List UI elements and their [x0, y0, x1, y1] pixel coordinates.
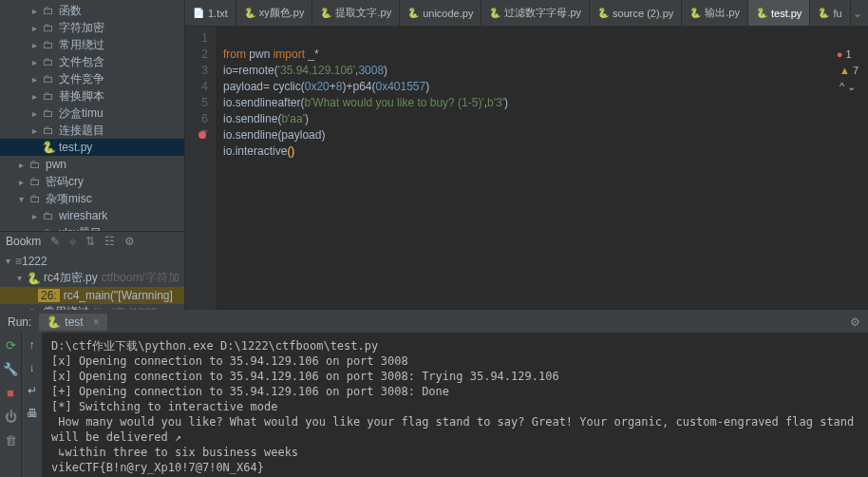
exit-icon[interactable]: ⏻ [5, 410, 17, 424]
run-label: Run: [8, 315, 31, 329]
tree-item[interactable]: 🐍test.py [0, 139, 184, 156]
folder-icon: 🗀 [42, 38, 55, 51]
editor-area: 📄1.txt🐍xy颜色.py🐍提取文字.py🐍unicode.py🐍过滤数字字母… [185, 0, 868, 310]
folder-icon: 🗀 [42, 4, 55, 17]
folder-icon: 🗀 [28, 192, 42, 205]
python-file-icon: 🐍 [407, 8, 419, 19]
editor-tab[interactable]: 🐍xy颜色.py [236, 0, 313, 26]
gear-icon[interactable]: ⚙ [124, 235, 135, 248]
tree-item[interactable]: ▾🗀杂项misc [0, 190, 184, 207]
bookmark-item[interactable]: ▾ 🐍 rc4加密.py ctfboom/字符加 [0, 270, 184, 287]
tree-item[interactable]: ▸🗀xlsx题目 [0, 224, 184, 231]
line-gutter: 1234567 [185, 27, 216, 310]
editor-tab[interactable]: 🐍过滤数字字母.py [481, 0, 590, 26]
python-file-icon: 🐍 [597, 8, 609, 19]
folder-icon: 🗀 [42, 21, 55, 34]
folder-icon: 🗀 [42, 124, 55, 137]
editor-tabs[interactable]: 📄1.txt🐍xy颜色.py🐍提取文字.py🐍unicode.py🐍过滤数字字母… [185, 0, 868, 27]
expand-icon[interactable]: ⇅ [85, 235, 95, 248]
tree-item[interactable]: ▸🗀密码cry [0, 173, 184, 190]
editor-tab[interactable]: 🐍输出.py [682, 0, 748, 26]
rerun-icon[interactable]: ⟳ [6, 338, 16, 353]
wrench-icon[interactable]: 🔧 [3, 362, 18, 376]
folder-icon: 🗀 [42, 55, 55, 68]
text-file-icon: 📄 [193, 8, 204, 19]
editor-tab[interactable]: 🐍test.py [748, 0, 810, 26]
editor[interactable]: 1234567 from pwn import _* io=remote('35… [185, 27, 868, 310]
bookmarks-label: Bookm [6, 235, 41, 248]
folder-icon: 🗀 [42, 72, 55, 86]
error-icon: ● [837, 48, 843, 60]
console-output[interactable]: D:\ctf作业下载\python.exe D:\1222\ctfboom\te… [42, 333, 868, 477]
tree-item[interactable]: ▸🗀文件竞争 [0, 70, 184, 87]
scroll-down-icon[interactable]: ↓ [29, 361, 35, 374]
bookmarks-tree[interactable]: ▾≡ 1222 ▾ 🐍 rc4加密.py ctfboom/字符加 26: rc4… [0, 251, 184, 310]
editor-tab[interactable]: 🐍unicode.py [400, 0, 481, 26]
edit-icon[interactable]: ✎ [50, 235, 60, 248]
tree-item[interactable]: ▸🗀pwn [0, 156, 184, 173]
scroll-up-icon[interactable]: ↑ [29, 338, 35, 352]
editor-tab[interactable]: 🐍source (2).py [590, 0, 682, 26]
collapse-icon[interactable]: ☷ [104, 235, 115, 248]
python-file-icon: 🐍 [27, 272, 40, 285]
folder-icon: 🗀 [42, 209, 55, 222]
tree-item[interactable]: ▸🗀沙盒timu [0, 105, 184, 122]
editor-tab[interactable]: 📄1.txt [185, 0, 236, 26]
python-file-icon: 🐍 [244, 8, 255, 19]
bookmark-line[interactable]: 26: rc4_main("[Warnning] [0, 287, 184, 304]
tree-item[interactable]: ▸🗀替换脚本 [0, 87, 184, 105]
code-content[interactable]: from pwn import _* io=remote('35.94.129.… [216, 27, 868, 310]
python-file-icon: 🐍 [689, 8, 701, 19]
python-file-icon: 🐍 [756, 8, 767, 19]
trash-icon[interactable]: 🗑 [5, 433, 17, 448]
run-tab[interactable]: 🐍 test × [39, 314, 106, 331]
tree-item[interactable]: ▸🗀字符加密 [0, 19, 184, 36]
tree-item[interactable]: ▸🗀文件包含 [0, 53, 184, 70]
python-file-icon: 🐍 [818, 8, 829, 19]
folder-icon: 🗀 [42, 89, 55, 103]
folder-icon: 🗀 [28, 175, 42, 188]
python-file-icon: 🐍 [489, 8, 500, 19]
breakpoint-icon[interactable] [198, 131, 206, 139]
python-file-icon: 🐍 [47, 315, 61, 329]
project-tree[interactable]: ▸🗀函数▸🗀字符加密▸🗀常用绕过▸🗀文件包含▸🗀文件竞争▸🗀替换脚本▸🗀沙盒ti… [0, 0, 184, 231]
print-icon[interactable]: 🖶 [27, 407, 38, 420]
chevron-up-icon[interactable]: ^ [840, 81, 844, 92]
console-toolbar: ↑ ↓ ↵ 🖶 [21, 333, 42, 477]
gear-icon[interactable]: ⚙ [850, 315, 860, 329]
tree-item[interactable]: ▸🗀wireshark [0, 207, 184, 224]
bookmarks-toolbar: Bookm ✎ ⟐ ⇅ ☷ ⚙ [0, 231, 184, 250]
python-file-icon: 🐍 [320, 8, 331, 19]
tree-item[interactable]: ▸🗀常用绕过 [0, 36, 184, 53]
bookmark-title: 1222 [22, 255, 47, 268]
run-toolbar: ⟳ 🔧 ■ ⏻ 🗑 [0, 333, 21, 477]
tree-item[interactable]: ▸🗀函数 [0, 2, 184, 19]
stop-icon[interactable]: ■ [7, 386, 14, 400]
folder-icon: 🗀 [42, 106, 55, 120]
settings-icon[interactable]: ⟐ [69, 235, 76, 248]
editor-tab[interactable]: 🐍fu [810, 0, 850, 26]
python-file-icon: 🐍 [42, 141, 55, 154]
folder-icon: 🗀 [28, 158, 42, 171]
softwrap-icon[interactable]: ↵ [28, 384, 37, 397]
chevron-down-icon[interactable]: ⌄ [847, 81, 856, 92]
bookmark-group[interactable]: ▾≡ 1222 [0, 253, 184, 270]
warning-icon: ▲ [840, 65, 850, 76]
tab-overflow-icon[interactable]: ⌄ [851, 0, 864, 26]
run-header: Run: 🐍 test × ⚙ [0, 312, 868, 333]
tree-item[interactable]: ▸🗀连接题目 [0, 122, 184, 139]
editor-tab[interactable]: 🐍提取文字.py [312, 0, 400, 26]
project-sidebar: ▸🗀函数▸🗀字符加密▸🗀常用绕过▸🗀文件包含▸🗀文件竞争▸🗀替换脚本▸🗀沙盒ti… [0, 0, 185, 310]
inspection-status[interactable]: ● 1 ▲ 7 ^ ⌄ [807, 30, 859, 111]
close-icon[interactable]: × [93, 315, 100, 329]
run-panel: Run: 🐍 test × ⚙ ⟳ 🔧 ■ ⏻ 🗑 ↑ ↓ ↵ 🖶 D:\ctf… [0, 310, 868, 477]
